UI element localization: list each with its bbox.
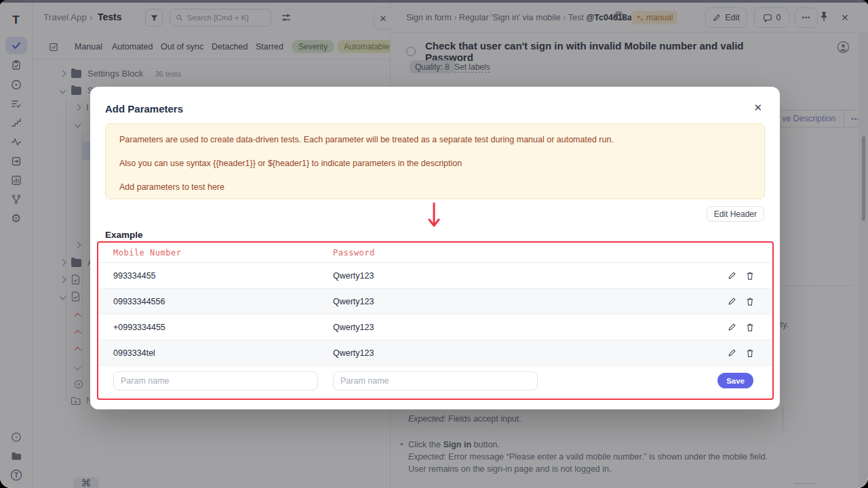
- cell-mobile: 09933344556: [113, 297, 333, 306]
- parameters-table-header: Mobile Number Password: [98, 243, 772, 263]
- column-password: Password: [333, 248, 725, 258]
- info-line: Add parameters to test here: [119, 182, 751, 192]
- new-param-row: Save: [98, 366, 772, 396]
- edit-row-icon[interactable]: [728, 271, 736, 280]
- edit-row-icon[interactable]: [728, 348, 736, 357]
- param-row: 993334455 Qwerty123: [98, 263, 772, 289]
- info-line: Parameters are used to create data-drive…: [119, 135, 751, 144]
- delete-row-icon[interactable]: [746, 297, 754, 306]
- param-row: 09933344556 Qwerty123: [98, 289, 772, 314]
- cell-password: Qwerty123: [333, 348, 728, 358]
- modal-title: Add Parameters: [105, 103, 183, 115]
- cell-mobile: 0993334tel: [113, 348, 333, 358]
- page: T ⚙ ?: [0, 3, 868, 488]
- info-line: Also you can use syntax {{header1}} or $…: [119, 159, 751, 168]
- edit-header-button[interactable]: Edit Header: [707, 206, 764, 222]
- annotation-arrow-down: [427, 202, 441, 229]
- param-name-input-2[interactable]: [333, 371, 538, 390]
- cell-password: Qwerty123: [333, 323, 728, 332]
- modal-close-button[interactable]: ✕: [753, 102, 762, 114]
- example-label: Example: [105, 230, 143, 240]
- delete-row-icon[interactable]: [746, 323, 754, 332]
- param-name-input-1[interactable]: [113, 371, 318, 390]
- add-parameters-modal: Add Parameters ✕ Parameters are used to …: [90, 87, 780, 409]
- edit-row-icon[interactable]: [728, 297, 736, 306]
- parameters-table-annotation: Mobile Number Password 993334455 Qwerty1…: [97, 241, 774, 400]
- parameters-info-box: Parameters are used to create data-drive…: [105, 123, 765, 199]
- param-row: +0993334455 Qwerty123: [98, 314, 772, 340]
- cell-mobile: +0993334455: [113, 323, 333, 332]
- save-button[interactable]: Save: [717, 373, 753, 388]
- column-mobile-number: Mobile Number: [113, 248, 333, 258]
- delete-row-icon[interactable]: [746, 348, 754, 358]
- app-window: T ⚙ ?: [0, 0, 868, 488]
- delete-row-icon[interactable]: [746, 271, 754, 281]
- edit-row-icon[interactable]: [728, 323, 736, 331]
- cell-password: Qwerty123: [333, 271, 728, 281]
- param-row: 0993334tel Qwerty123: [98, 340, 772, 366]
- cell-mobile: 993334455: [113, 271, 333, 281]
- cell-password: Qwerty123: [333, 297, 728, 306]
